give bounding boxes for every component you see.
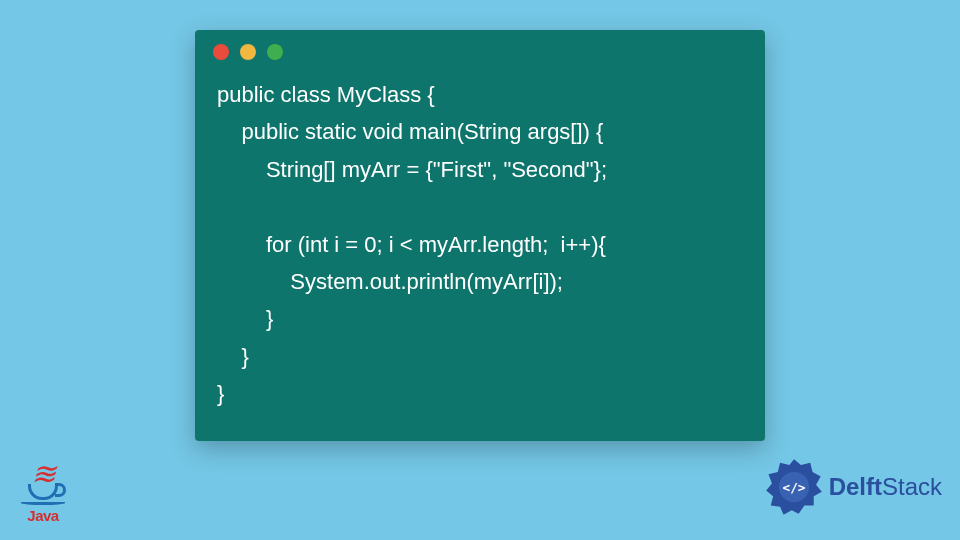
java-cup-icon bbox=[28, 484, 58, 500]
window-title-bar bbox=[195, 30, 765, 68]
code-window: public class MyClass { public static voi… bbox=[195, 30, 765, 441]
maximize-icon[interactable] bbox=[267, 44, 283, 60]
delftstack-logo-text: DelftStack bbox=[829, 473, 942, 501]
java-logo: ≋ Java bbox=[14, 462, 72, 524]
java-steam-icon: ≋ bbox=[14, 462, 72, 486]
minimize-icon[interactable] bbox=[240, 44, 256, 60]
java-logo-label: Java bbox=[14, 507, 72, 524]
code-glyph-icon: </> bbox=[782, 480, 805, 495]
delft-rest: Stack bbox=[882, 473, 942, 500]
delftstack-logo: </> DelftStack bbox=[765, 458, 942, 516]
java-saucer-icon bbox=[21, 501, 65, 505]
delftstack-badge-icon: </> bbox=[765, 458, 823, 516]
close-icon[interactable] bbox=[213, 44, 229, 60]
delft-bold: Delft bbox=[829, 473, 882, 500]
code-block: public class MyClass { public static voi… bbox=[195, 68, 765, 419]
